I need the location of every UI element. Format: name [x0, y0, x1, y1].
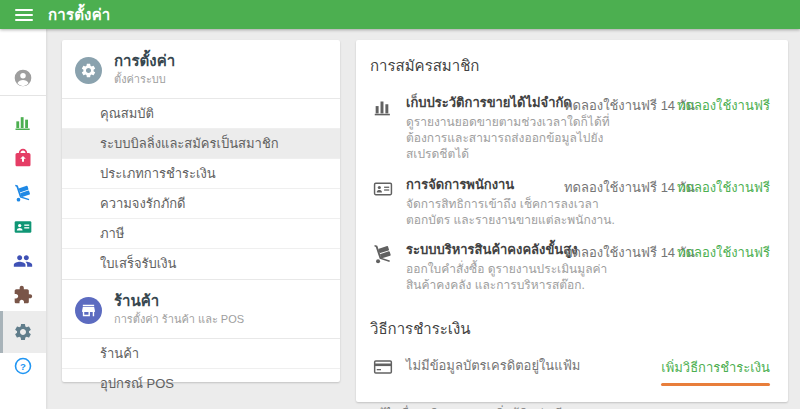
nav-rail: ?: [0, 29, 46, 409]
bar-chart-icon: [372, 96, 394, 118]
payment-method-row: ไม่มีข้อมูลบัตรเครดิตอยู่ในแฟ้ม เพิ่มวิธ…: [370, 357, 772, 381]
free-trial-link[interactable]: ทดลองใช้งานฟรี: [677, 177, 770, 198]
menu-item-payment-types[interactable]: ประเภทการชำระเงิน: [62, 159, 340, 189]
rail-item-items[interactable]: [0, 140, 46, 176]
store-section-header: ร้านค้า การตั้งค่า ร้านค้า และ POS: [62, 280, 340, 338]
hand-truck-icon: [372, 243, 394, 265]
settings-screen: การตั้งค่า: [0, 0, 800, 409]
people-icon: [13, 251, 33, 271]
subscription-row-advanced-inventory: ระบบบริหารสินค้าคงคลังขั้นสูง ออกใบคำสั่…: [370, 242, 772, 293]
settings-circle: [75, 57, 102, 84]
store-section: ร้านค้า การตั้งค่า ร้านค้า และ POS ร้านค…: [62, 279, 340, 399]
rail-item-employees[interactable]: [0, 209, 46, 245]
store-section-title: ร้านค้า: [114, 292, 244, 309]
menu-item-receipts[interactable]: ใบเสร็จรับเงิน: [62, 249, 340, 279]
store-menu-list: ร้านค้า อุปกรณ์ POS: [62, 338, 340, 399]
settings-section-title: การตั้งค่า: [114, 52, 175, 69]
store-section-subtitle: การตั้งค่า ร้านค้า และ POS: [114, 310, 244, 328]
shopping-bag-icon: [13, 148, 33, 168]
menu-item-taxes[interactable]: ภาษี: [62, 219, 340, 249]
payment-method-heading: วิธีการชำระเงิน: [370, 317, 772, 341]
hamburger-menu-icon[interactable]: [15, 9, 33, 21]
subscriptions-heading: การสมัครสมาชิก: [370, 54, 772, 78]
rail-item-apps[interactable]: [0, 277, 46, 313]
billing-content-card: การสมัครสมาชิก เก็บประวัติการขายได้ไม่จำ…: [356, 40, 788, 402]
add-payment-method-link[interactable]: เพิ่มวิธีการชำระเงิน: [661, 360, 770, 375]
id-badge-icon: [13, 217, 33, 237]
svg-text:?: ?: [20, 361, 26, 372]
billing-details-row: แก้ไขชื่อธุรกิจของคุณ เพิ่มผู้ติดต่อเรีย…: [370, 405, 772, 409]
rail-item-inventory[interactable]: [0, 175, 46, 211]
page-title: การตั้งค่า: [48, 3, 110, 27]
trial-period-label: ทดลองใช้งานฟรี 14 วัน: [564, 177, 695, 198]
menu-item-pos-devices[interactable]: อุปกรณ์ POS: [62, 369, 340, 399]
rail-item-reports[interactable]: [0, 105, 46, 141]
store-icon: [80, 302, 97, 319]
orange-highlight-underline: [661, 383, 770, 386]
gear-icon: [80, 62, 97, 79]
subscription-row-employee-management: การจัดการพนักงาน จัดการสิทธิการเข้าถึง เ…: [370, 177, 772, 228]
help-icon: ?: [13, 356, 33, 376]
trial-period-label: ทดลองใช้งานฟรี 14 วัน: [564, 242, 695, 263]
billing-note: แก้ไขชื่อธุรกิจของคุณ เพิ่มผู้ติดต่อเรีย…: [370, 405, 586, 409]
menu-item-features[interactable]: คุณสมบัติ: [62, 99, 340, 129]
free-trial-link[interactable]: ทดลองใช้งานฟรี: [677, 242, 770, 263]
id-badge-icon: [372, 178, 394, 200]
menu-item-billing-subscriptions[interactable]: ระบบบิลลิ่งและสมัครเป็นสมาชิก: [62, 129, 340, 159]
free-trial-link[interactable]: ทดลองใช้งานฟรี: [677, 95, 770, 116]
rail-divider: [0, 95, 46, 96]
subscription-description: ออกใบคำสั่งซื้อ ดูรายงานประเมินมูลค่า​สิ…: [406, 261, 616, 293]
avatar-icon: [13, 68, 33, 88]
subscription-row-sales-history: เก็บประวัติการขายได้ไม่จำกัด ดูรายงานยอด…: [370, 95, 772, 163]
app-bar: การตั้งค่า: [0, 0, 800, 29]
rail-item-customers[interactable]: [0, 243, 46, 279]
subscription-description: จัดการสิทธิการเข้าถึง เช็คการลงเวลา​ตอกบ…: [406, 196, 616, 228]
menu-item-loyalty[interactable]: ความจงรักภักดี: [62, 189, 340, 219]
rail-item-help[interactable]: ?: [0, 348, 46, 384]
settings-menu-card: การตั้งค่า ตั้งค่าระบบ คุณสมบัติ ระบบบิล…: [62, 40, 340, 382]
subscription-description: ดูรายงานยอดขายตามช่วงเวลาใดก็ได้ที่​ต้อง…: [406, 114, 616, 162]
store-circle: [75, 297, 102, 324]
rail-item-settings[interactable]: [0, 311, 46, 353]
trial-period-label: ทดลองใช้งานฟรี 14 วัน: [564, 95, 695, 116]
credit-card-icon: [372, 356, 394, 382]
settings-section-subtitle: ตั้งค่าระบบ: [114, 70, 175, 88]
settings-section-header: การตั้งค่า ตั้งค่าระบบ: [62, 40, 340, 98]
settings-menu-list: คุณสมบัติ ระบบบิลลิ่งและสมัครเป็นสมาชิก …: [62, 98, 340, 279]
menu-item-stores[interactable]: ร้านค้า: [62, 339, 340, 369]
puzzle-icon: [13, 285, 33, 305]
rail-item-account[interactable]: [0, 60, 46, 96]
hand-truck-icon: [13, 183, 33, 203]
bar-chart-icon: [13, 113, 33, 133]
gear-icon: [13, 322, 33, 342]
